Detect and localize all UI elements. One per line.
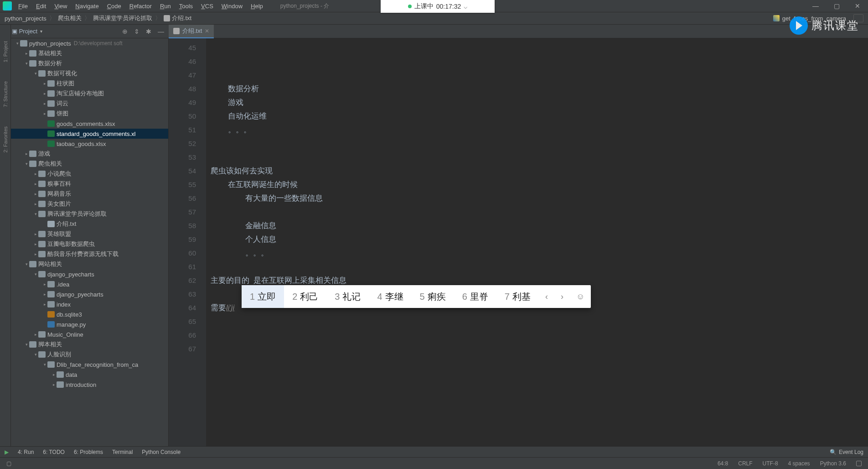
editor-tab[interactable]: 介绍.txt ✕ [169, 25, 214, 38]
recording-indicator[interactable]: 上课中 00:17:32 ⌵ [381, 0, 495, 13]
tree-node[interactable]: ▸饼图 [11, 109, 168, 119]
tree-node[interactable]: ▾腾讯课堂学员评论抓取 [11, 209, 168, 219]
menu-item-run[interactable]: Run [156, 1, 175, 11]
ime-next-icon[interactable]: › [554, 292, 570, 302]
bottom-tool-item[interactable]: 4: Run [18, 449, 34, 455]
code-line[interactable]: 有大量的一些数据信息 [211, 192, 868, 205]
code-line[interactable]: 金融信息 [211, 219, 868, 233]
tree-node[interactable]: ▸美女图片 [11, 199, 168, 209]
ime-candidate[interactable]: 7利基 [496, 285, 539, 308]
editor[interactable]: 4546474849505152535455565758596061626364… [169, 38, 868, 456]
ime-emoji-icon[interactable]: ☺ [570, 292, 591, 302]
line-separator[interactable]: CRLF [738, 460, 752, 467]
bottom-tool-item[interactable]: Terminal [112, 449, 133, 455]
tree-node[interactable]: ▾爬虫相关 [11, 159, 168, 169]
tree-node[interactable]: ▾网站相关 [11, 259, 168, 269]
menu-item-code[interactable]: Code [103, 1, 125, 11]
chevron-down-icon[interactable]: ▾ [42, 362, 47, 367]
tree-node[interactable]: ▸豆瓣电影数据爬虫 [11, 239, 168, 249]
chevron-right-icon[interactable]: ▸ [42, 81, 47, 86]
tree-node[interactable]: ▾脚本相关 [11, 339, 168, 349]
tree-node[interactable]: ▾人脸识别 [11, 349, 168, 360]
tree-node[interactable]: ▸index [11, 299, 168, 309]
code-area[interactable]: 数据分析 游戏 自动化运维 。。。爬虫该如何去实现 在互联网诞生的时候 有大量的… [206, 38, 868, 456]
breadcrumb-item[interactable]: 腾讯课堂学员评论抓取 [93, 14, 152, 22]
tree-node[interactable]: ▸django_pyecharts [11, 289, 168, 299]
tree-node[interactable]: ▾django_pyecharts [11, 269, 168, 279]
code-line[interactable]: 个人信息 [211, 233, 868, 246]
tree-node[interactable]: ▸词云 [11, 99, 168, 109]
menu-item-view[interactable]: View [51, 1, 71, 11]
tool-strip-item[interactable]: 1: Project [3, 38, 8, 65]
chevron-down-icon[interactable]: ▾ [24, 262, 29, 266]
event-log-button[interactable]: 🔍 Event Log [830, 449, 863, 455]
chevron-down-icon[interactable]: ▾ [33, 212, 38, 216]
code-line[interactable]: 数据分析 [211, 82, 868, 96]
file-encoding[interactable]: UTF-8 [763, 460, 778, 467]
ime-candidate[interactable]: 4李继 [369, 285, 411, 308]
chevron-down-icon[interactable]: ▾ [24, 342, 29, 347]
chevron-right-icon[interactable]: ▸ [33, 182, 38, 186]
chevron-right-icon[interactable]: ▸ [33, 202, 38, 206]
toolwindows-icon[interactable]: ▢ [6, 460, 11, 467]
menu-item-navigate[interactable]: Navigate [72, 1, 102, 11]
menu-item-vcs[interactable]: VCS [197, 1, 217, 11]
chevron-right-icon[interactable]: ▸ [33, 252, 38, 256]
code-line[interactable]: 。。。 [211, 246, 868, 260]
ime-candidate[interactable]: 2利己 [284, 285, 326, 308]
chevron-right-icon[interactable]: ▸ [33, 192, 38, 196]
tree-node[interactable]: ▸酷我音乐付费资源无线下载 [11, 249, 168, 259]
code-line[interactable]: 在互联网诞生的时候 [211, 178, 868, 192]
tree-node[interactable]: db.sqlite3 [11, 309, 168, 319]
code-line[interactable] [211, 342, 868, 356]
breadcrumb-item[interactable]: 介绍.txt [172, 14, 191, 22]
locate-icon[interactable]: ⊕ [122, 28, 128, 35]
menu-item-help[interactable]: Help [247, 1, 267, 11]
project-tree[interactable]: ▾python_projectsD:\development soft▸基础相关… [11, 38, 169, 456]
tree-node[interactable]: goods_comments.xlsx [11, 119, 168, 129]
code-line[interactable]: 爬虫该如何去实现 [211, 164, 868, 178]
code-line[interactable] [211, 328, 868, 342]
code-line[interactable]: 自动化运维 [211, 109, 868, 123]
maximize-button[interactable]: ▢ [826, 0, 847, 12]
menu-item-edit[interactable]: Edit [32, 1, 50, 11]
python-interpreter[interactable]: Python 3.6 [820, 460, 846, 467]
tree-node[interactable]: standard_goods_comments.xl [11, 129, 168, 139]
code-line[interactable]: 游戏 [211, 96, 868, 109]
code-line[interactable] [211, 260, 868, 274]
tool-strip-item[interactable]: 2: Favorites [3, 124, 8, 155]
tree-node[interactable]: ▸.idea [11, 279, 168, 289]
tree-node[interactable]: ▸data [11, 370, 168, 380]
chevron-right-icon[interactable]: ▸ [24, 151, 29, 156]
menu-item-tools[interactable]: Tools [176, 1, 196, 11]
tree-node[interactable]: ▸柱状图 [11, 78, 168, 89]
indent-setting[interactable]: 4 spaces [788, 460, 810, 467]
menu-item-refactor[interactable]: Refactor [126, 1, 155, 11]
chevron-right-icon[interactable]: ▸ [51, 372, 57, 377]
chevron-right-icon[interactable]: ▸ [42, 91, 47, 96]
chevron-right-icon[interactable]: ▸ [33, 172, 38, 176]
tree-node[interactable]: ▾数据可视化 [11, 68, 168, 78]
bottom-tool-item[interactable]: 6: TODO [43, 449, 65, 455]
ime-candidate[interactable]: 6里脊 [454, 285, 496, 308]
chevron-right-icon[interactable]: ▸ [42, 101, 47, 106]
code-line[interactable] [211, 151, 868, 164]
chevron-right-icon[interactable]: ▸ [42, 282, 47, 287]
tree-node[interactable]: manage.py [11, 319, 168, 329]
project-tool-button[interactable]: ▣ Project [12, 28, 37, 35]
ime-candidate[interactable]: 3礼记 [326, 285, 369, 308]
caret-position[interactable]: 64:8 [718, 460, 728, 467]
minimize-button[interactable]: — [805, 0, 826, 12]
tree-node[interactable]: ▾python_projectsD:\development soft [11, 38, 168, 48]
code-line[interactable]: 。。。 [211, 123, 868, 137]
code-line[interactable] [211, 68, 868, 82]
tree-node[interactable]: ▸糗事百科 [11, 179, 168, 189]
chevron-right-icon[interactable]: ▸ [42, 302, 47, 307]
bottom-tool-item[interactable]: Python Console [142, 449, 181, 455]
chevron-right-icon[interactable]: ▸ [33, 232, 38, 236]
breadcrumb-item[interactable]: python_projects [5, 15, 46, 22]
chevron-right-icon[interactable]: ▸ [51, 382, 57, 387]
tree-node[interactable]: ▸小说爬虫 [11, 169, 168, 179]
collapse-icon[interactable]: ⇕ [134, 28, 140, 35]
tree-node[interactable]: taobao_goods.xlsx [11, 139, 168, 149]
